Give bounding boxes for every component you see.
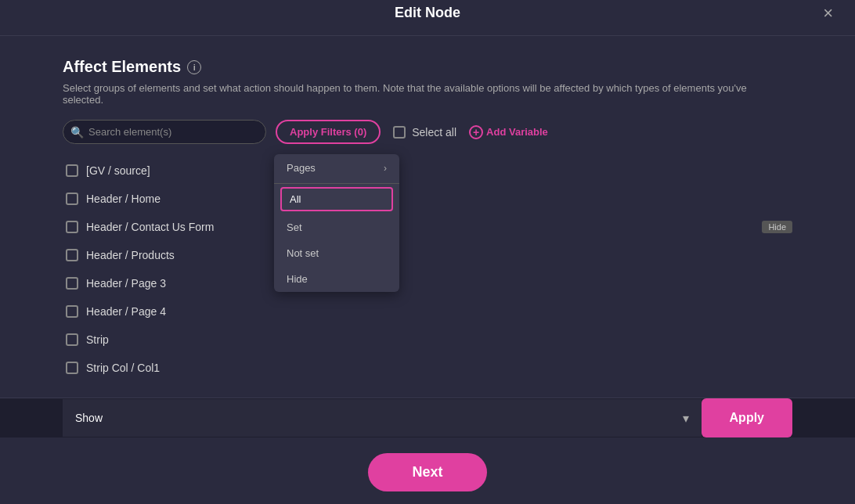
list-item: Strip Col / Col1 (63, 354, 792, 382)
close-button[interactable]: × (817, 2, 839, 25)
pages-dropdown-item[interactable]: Pages › (274, 154, 399, 182)
modal-header: Edit Node × (0, 0, 855, 36)
dropdown-item-hide[interactable]: Hide (274, 266, 399, 292)
element-checkbox-header-home[interactable] (66, 193, 78, 205)
modal-body: Affect Elements i Select groups of eleme… (0, 36, 855, 398)
info-icon: i (187, 60, 201, 74)
element-list: [GV / source] Header / Home Header / Con… (63, 157, 792, 382)
edit-node-modal: Edit Node × Affect Elements i Select gro… (0, 0, 855, 504)
hide-badge: Hide (762, 221, 792, 233)
apply-filters-button[interactable]: Apply Filters (0) (276, 120, 381, 144)
list-item: Header / Home (63, 185, 792, 213)
list-item: Header / Page 4 (63, 297, 792, 326)
apply-button[interactable]: Apply (702, 398, 792, 437)
element-label: Header / Contact Us Form (86, 221, 214, 233)
footer-bar: Show Hide Toggle ▾ Apply (0, 398, 855, 437)
modal-title: Edit Node (395, 5, 460, 21)
select-all-wrap: Select all (393, 126, 456, 139)
element-label: [GV / source] (86, 164, 150, 177)
list-item: Strip (63, 326, 792, 354)
filters-dropdown: Pages › All Set Not set Hide (274, 154, 399, 292)
element-label: Strip Col / Col1 (86, 362, 160, 374)
dropdown-item-set[interactable]: Set (274, 214, 399, 240)
list-item: Header / Contact Us Form Hide (63, 213, 792, 241)
show-select[interactable]: Show Hide Toggle (63, 399, 702, 437)
element-checkbox-header-contact[interactable] (66, 221, 78, 233)
search-icon: 🔍 (70, 126, 84, 139)
select-all-checkbox[interactable] (393, 126, 406, 139)
element-label: Header / Products (86, 249, 175, 261)
element-label: Header / Page 3 (86, 277, 166, 290)
modal-overlay: Edit Node × Affect Elements i Select gro… (0, 0, 855, 504)
chevron-right-icon: › (384, 163, 387, 174)
element-label: Strip (86, 333, 109, 346)
section-description: Select groups of elements and set what a… (63, 82, 767, 106)
next-button[interactable]: Next (368, 453, 486, 491)
dropdown-item-not-set[interactable]: Not set (274, 240, 399, 266)
show-select-wrap: Show Hide Toggle ▾ (63, 399, 702, 437)
element-checkbox-header-products[interactable] (66, 249, 78, 261)
element-checkbox-header-page4[interactable] (66, 305, 78, 318)
dropdown-divider (274, 183, 399, 184)
element-label: Header / Page 4 (86, 305, 166, 318)
modal-footer: Next (0, 437, 855, 504)
element-checkbox-strip[interactable] (66, 333, 78, 346)
element-label: Header / Home (86, 193, 161, 205)
search-input[interactable] (63, 120, 266, 144)
add-variable-button[interactable]: + Add Variable (469, 125, 548, 139)
element-checkbox-strip-col1[interactable] (66, 362, 78, 374)
element-checkbox-header-page3[interactable] (66, 277, 78, 290)
section-title: Affect Elements i (63, 58, 792, 76)
list-item: [GV / source] (63, 157, 792, 185)
select-all-label: Select all (412, 126, 456, 139)
list-item: Header / Products (63, 241, 792, 269)
search-wrap: 🔍 (63, 120, 266, 144)
element-checkbox-gv-source[interactable] (66, 164, 78, 177)
dropdown-item-all[interactable]: All (280, 187, 393, 211)
plus-icon: + (469, 125, 483, 139)
list-item: Header / Page 3 (63, 269, 792, 297)
toolbar: 🔍 Apply Filters (0) Select all + Add Var… (63, 120, 792, 144)
